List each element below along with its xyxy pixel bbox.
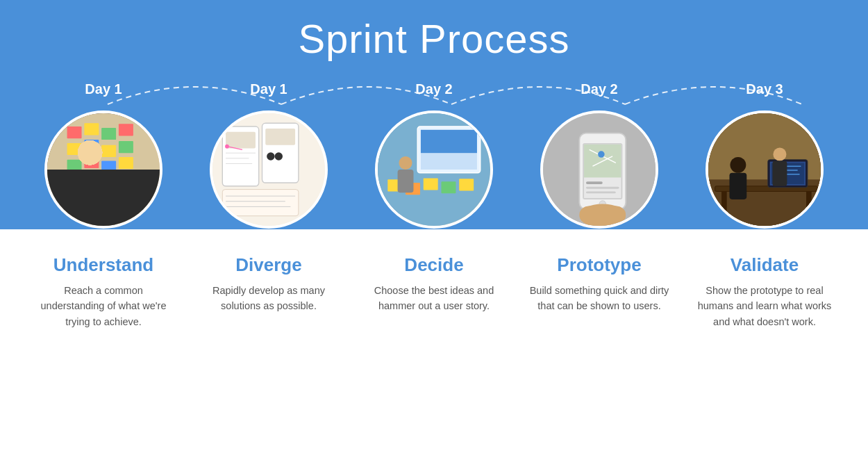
svg-rect-7 <box>84 140 99 151</box>
bottom-step-decide: Decide Choose the best ideas and hammer … <box>358 242 510 314</box>
bottom-step-diverge: Diverge Rapidly develop as many solution… <box>192 242 345 314</box>
svg-point-24 <box>225 145 229 149</box>
svg-point-28 <box>275 152 283 160</box>
svg-rect-63 <box>806 191 812 226</box>
svg-rect-57 <box>579 206 626 222</box>
svg-rect-36 <box>421 130 477 153</box>
circle-understand <box>44 110 162 229</box>
page-wrapper: Sprint Process Day 1 <box>0 0 868 451</box>
bottom-step-prototype: Prototype Build something quick and dirt… <box>523 242 676 314</box>
bottom-steps-row: Understand Reach a common understanding … <box>0 229 868 329</box>
svg-rect-43 <box>398 170 414 192</box>
bottom-step-understand: Understand Reach a common understanding … <box>27 242 180 329</box>
svg-rect-41 <box>459 179 474 190</box>
svg-rect-62 <box>721 191 727 226</box>
svg-rect-11 <box>84 156 99 168</box>
svg-rect-10 <box>67 160 82 172</box>
svg-rect-29 <box>222 190 299 216</box>
circle-decide <box>375 110 493 229</box>
svg-rect-9 <box>119 141 133 153</box>
step-title-understand: Understand <box>53 254 153 276</box>
svg-rect-40 <box>441 181 456 193</box>
svg-rect-13 <box>119 157 133 169</box>
svg-rect-4 <box>101 128 116 140</box>
svg-rect-53 <box>586 187 619 189</box>
svg-point-42 <box>399 156 412 170</box>
step-desc-understand: Reach a common understanding of what we'… <box>27 283 180 329</box>
svg-rect-6 <box>67 143 82 155</box>
svg-point-72 <box>773 148 786 161</box>
svg-rect-71 <box>729 173 746 199</box>
step-desc-diverge: Rapidly develop as many solutions as pos… <box>192 283 345 314</box>
svg-point-51 <box>598 151 605 158</box>
svg-point-27 <box>267 152 274 160</box>
page-title: Sprint Process <box>298 15 569 62</box>
step-title-diverge: Diverge <box>235 254 301 276</box>
svg-rect-39 <box>424 178 438 190</box>
svg-rect-54 <box>586 191 616 193</box>
step-desc-decide: Choose the best ideas and hammer out a u… <box>358 283 510 314</box>
svg-rect-8 <box>101 145 116 157</box>
step-desc-prototype: Build something quick and dirty that can… <box>523 283 676 314</box>
svg-line-16 <box>92 173 120 199</box>
svg-rect-73 <box>772 161 787 186</box>
bottom-step-validate: Validate Show the prototype to real huma… <box>688 242 841 329</box>
svg-rect-19 <box>226 132 256 149</box>
svg-rect-2 <box>67 126 82 138</box>
svg-rect-12 <box>101 161 116 173</box>
step-title-prototype: Prototype <box>557 254 641 276</box>
svg-rect-1 <box>47 113 160 226</box>
bottom-section: Understand Reach a common understanding … <box>0 229 868 451</box>
top-section: Sprint Process Day 1 <box>0 0 868 229</box>
step-title-validate: Validate <box>731 254 799 276</box>
svg-rect-26 <box>265 129 295 145</box>
step-desc-validate: Show the prototype to real humans and le… <box>688 283 841 329</box>
svg-rect-15 <box>77 191 108 221</box>
svg-point-70 <box>730 157 746 173</box>
svg-point-14 <box>83 174 101 192</box>
svg-rect-3 <box>84 123 99 135</box>
svg-rect-5 <box>119 124 133 136</box>
step-title-decide: Decide <box>404 254 463 276</box>
circle-diverge <box>210 110 328 229</box>
circle-validate <box>706 110 824 229</box>
circle-prototype <box>540 110 658 229</box>
svg-rect-0 <box>47 113 160 226</box>
svg-rect-52 <box>586 181 603 184</box>
